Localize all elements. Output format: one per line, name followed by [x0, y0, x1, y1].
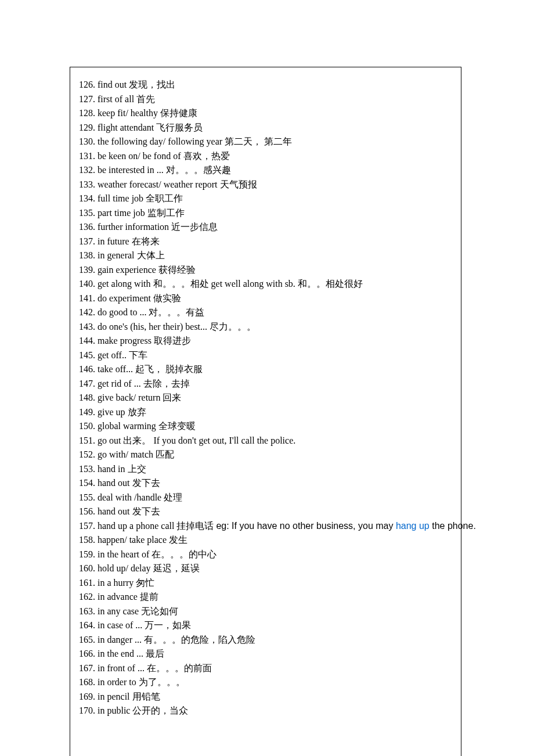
entry-phrase: further information: [98, 222, 169, 232]
entry-phrase: hand out: [98, 506, 130, 516]
entry-highlight: hang up: [396, 521, 430, 531]
entry-number: 162.: [79, 592, 95, 602]
entry-row: 153. hand in 上交: [79, 462, 455, 477]
entry-phrase: in advance: [98, 592, 138, 602]
entry-number: 147.: [79, 379, 95, 388]
entry-row: 164. in case of ... 万一，如果: [79, 618, 455, 633]
entry-row: 135. part time job 监制工作: [79, 206, 455, 221]
entry-definition: 全职工作: [146, 193, 183, 203]
entry-number: 132.: [79, 165, 95, 175]
entry-number: 146.: [79, 364, 95, 374]
entry-number: 168.: [79, 677, 95, 687]
entry-phrase: in any case: [98, 606, 139, 616]
entry-number: 139.: [79, 265, 95, 275]
entry-row: 163. in any case 无论如何: [79, 604, 455, 619]
entry-phrase: in pencil: [98, 692, 130, 701]
entry-phrase: hold up/ delay: [98, 563, 151, 573]
entry-number: 148.: [79, 393, 95, 402]
entry-definition: 对。。。有益: [149, 307, 204, 317]
entry-definition: 监制工作: [147, 208, 185, 218]
entry-phrase: in front of ...: [98, 663, 145, 673]
entry-definition: 出来。 If you don't get out, I'll call the …: [123, 435, 295, 445]
entry-number: 166.: [79, 649, 95, 658]
entry-row: 165. in danger ... 有。。。的危险，陷入危险: [79, 633, 455, 647]
entry-row: 151. go out 出来。 If you don't get out, I'…: [79, 434, 455, 448]
entry-row: 139. gain experience 获得经验: [79, 263, 455, 278]
entry-definition: 在。。。的中心: [151, 549, 217, 559]
entry-definition: 全球变暖: [158, 421, 196, 431]
entry-number: 134.: [79, 193, 95, 203]
entry-phrase: in order to: [98, 677, 136, 687]
entry-number: 131.: [79, 151, 95, 161]
entry-definition: 喜欢，热爱: [183, 151, 230, 161]
entry-number: 163.: [79, 606, 95, 616]
entry-number: 167.: [79, 663, 95, 673]
entry-row: 160. hold up/ delay 延迟，延误: [79, 561, 455, 576]
entry-example-post: the phone.: [430, 521, 476, 531]
entry-row: 146. take off... 起飞， 脱掉衣服: [79, 362, 455, 377]
entry-phrase: in danger ...: [98, 635, 142, 645]
entry-definition: 和。。。相处 get well along with sb. 和。。相处很好: [153, 279, 363, 289]
entry-phrase: gain experience: [98, 265, 156, 275]
entry-number: 145.: [79, 350, 95, 360]
entry-phrase: the following day/ following year: [98, 136, 222, 146]
entry-row: 158. happen/ take place 发生: [79, 533, 455, 548]
entry-row: 138. in general 大体上: [79, 249, 455, 263]
entry-row: 127. first of all 首先: [79, 92, 455, 107]
entry-definition: 最后: [146, 649, 164, 658]
entry-definition: 取得进步: [154, 336, 191, 345]
entry-phrase: do one's (his, her their) best...: [98, 322, 207, 332]
entry-phrase: go with/ match: [98, 449, 153, 459]
entry-example-pre: eg: If you have no other business, you m…: [216, 521, 396, 531]
entry-number: 151.: [79, 435, 95, 445]
entry-phrase: take off...: [98, 364, 133, 374]
entry-definition: 发下去: [132, 506, 160, 516]
entry-definition: 大体上: [137, 250, 165, 260]
entry-phrase: in a hurry: [98, 578, 134, 588]
entry-row: 159. in the heart of 在。。。的中心: [79, 548, 455, 562]
entry-definition: 近一步信息: [171, 222, 218, 232]
entry-definition: 起飞， 脱掉衣服: [135, 364, 203, 374]
entry-row: 170. in public 公开的，当众: [79, 704, 455, 718]
entry-phrase: in future: [98, 236, 129, 246]
entry-row: 148. give back/ return 回来: [79, 391, 455, 405]
entry-phrase: keep fit/ healthy: [98, 108, 158, 118]
entry-definition: 用铅笔: [132, 692, 160, 701]
entry-number: 138.: [79, 250, 95, 260]
entry-number: 159.: [79, 549, 95, 559]
entry-definition: 保持健康: [160, 108, 197, 118]
entry-definition: 匹配: [156, 449, 174, 459]
entry-row: 168. in order to 为了。。。: [79, 675, 455, 690]
entry-row: 131. be keen on/ be fond of 喜欢，热爱: [79, 149, 455, 164]
entry-row: 141. do experiment 做实验: [79, 291, 455, 306]
entry-number: 156.: [79, 506, 95, 516]
entry-definition: 在。。。的前面: [147, 663, 212, 673]
entry-definition: 第二天， 第二年: [225, 136, 292, 146]
entry-number: 164.: [79, 620, 95, 630]
entry-phrase: first of all: [98, 94, 134, 104]
entry-definition: 下车: [129, 350, 147, 360]
entry-number: 155.: [79, 492, 95, 502]
entry-definition: 放弃: [128, 407, 146, 417]
entry-number: 128.: [79, 108, 95, 118]
entry-row: 136. further information 近一步信息: [79, 220, 455, 235]
entry-phrase: hand up a phone call: [98, 521, 174, 531]
entry-row: 161. in a hurry 匆忙: [79, 576, 455, 591]
entry-definition: 首先: [136, 94, 155, 104]
entry-row: 147. get rid of ... 去除，去掉: [79, 377, 455, 391]
entry-phrase: deal with /handle: [98, 492, 161, 502]
entry-row: 128. keep fit/ healthy 保持健康: [79, 106, 455, 121]
entry-phrase: full time job: [98, 193, 143, 203]
entry-definition: 回来: [163, 393, 181, 402]
entry-phrase: find out: [98, 80, 127, 89]
entry-row: 132. be interested in ... 对。。。感兴趣: [79, 163, 455, 178]
entry-row: 134. full time job 全职工作: [79, 192, 455, 206]
entry-definition: 发生: [169, 535, 187, 545]
entry-row: 145. get off.. 下车: [79, 348, 455, 363]
entry-phrase: global warming: [98, 421, 156, 431]
entry-phrase: make progress: [98, 336, 151, 345]
entry-number: 161.: [79, 578, 95, 588]
entry-phrase: be interested in ...: [98, 165, 164, 175]
entry-row: 130. the following day/ following year 第…: [79, 135, 455, 149]
entry-number: 133.: [79, 179, 95, 189]
